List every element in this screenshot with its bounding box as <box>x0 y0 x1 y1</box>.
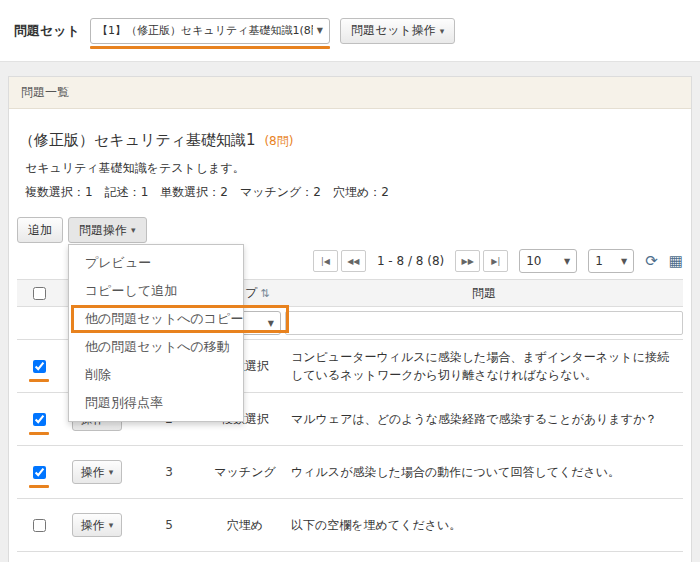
chevron-down-icon: ▼ <box>268 319 274 328</box>
menu-item[interactable]: 他の問題セットへのコピー <box>69 305 243 333</box>
question-set-operations-button[interactable]: 問題セット操作 ▾ <box>340 18 455 44</box>
question-set-select-value: 【1】（修正版）セキュリティ基礎知識1(8問) <box>97 23 313 38</box>
last-page-button[interactable]: ▶| <box>483 250 508 272</box>
caret-down-icon: ▾ <box>109 520 114 530</box>
annotation-underline <box>29 485 49 488</box>
caret-down-icon: ▾ <box>131 225 136 235</box>
menu-item-label: 削除 <box>85 367 111 382</box>
row-select-checkbox[interactable] <box>33 519 46 532</box>
columns-icon[interactable]: ▦ <box>669 254 683 269</box>
menu-item[interactable]: 他の問題セットへの移動 <box>69 333 243 361</box>
caret-down-icon: ▾ <box>109 467 114 477</box>
menu-item-label: 他の問題セットへの移動 <box>85 339 230 354</box>
question-type-stats: 複数選択：1 記述：1 単数選択：2 マッチング：2 穴埋め：2 <box>25 184 681 201</box>
page-number-value: 1 <box>595 254 603 268</box>
chevron-down-icon: ▼ <box>564 257 570 266</box>
question-set-select[interactable]: 【1】（修正版）セキュリティ基礎知識1(8問) ▼ <box>90 18 330 44</box>
question-count-badge: (8問) <box>264 134 293 148</box>
refresh-icon[interactable]: ⟳ <box>645 254 658 269</box>
panel-header: 問題一覧 <box>9 77 691 109</box>
menu-item-label: 他の問題セットへのコピー <box>85 311 243 326</box>
menu-item[interactable]: コピーして追加 <box>69 277 243 305</box>
question-set-select-wrap: 【1】（修正版）セキュリティ基礎知識1(8問) ▼ <box>90 18 330 44</box>
question-operations-menu: プレビュー コピーして追加 他の問題セットへのコピー <box>68 244 244 422</box>
question-number: 5 <box>133 499 205 552</box>
question-list-panel: 問題一覧 （修正版）セキュリティ基礎知識1 (8問) セキュリティ基礎知識をテス… <box>8 76 692 562</box>
row-action-button[interactable]: 操作 ▾ <box>72 513 123 537</box>
question-text: 以下の空欄を埋めてください。 <box>285 499 683 552</box>
page-size-value: 10 <box>526 254 541 268</box>
question-text: コンピューターウィルスとは何か簡潔に述べてください。 <box>285 552 683 562</box>
page-number-select[interactable]: 1 ▼ <box>588 249 634 273</box>
chevron-down-icon: ▼ <box>621 257 627 266</box>
prev-page-button[interactable]: ◀◀ <box>341 250 366 272</box>
menu-item[interactable]: プレビュー <box>69 249 243 277</box>
menu-item[interactable]: 問題別得点率 <box>69 389 243 417</box>
menu-item[interactable]: 削除 <box>69 361 243 389</box>
question-operations-label: 問題操作 <box>79 222 127 239</box>
question-filter-input[interactable] <box>285 311 683 335</box>
question-column-header: 問題 <box>285 280 683 307</box>
add-question-button[interactable]: 追加 <box>17 217 63 243</box>
first-page-button[interactable]: |◀ <box>313 250 338 272</box>
question-set-label: 問題セット <box>14 22 80 40</box>
caret-down-icon: ▾ <box>440 26 445 36</box>
select-all-checkbox[interactable] <box>33 287 46 300</box>
question-set-title: （修正版）セキュリティ基礎知識1 (8問) <box>19 131 681 150</box>
annotation-underline <box>90 46 330 49</box>
row-select-checkbox[interactable] <box>33 413 46 426</box>
question-number: 6 <box>133 552 205 562</box>
question-set-title-text: （修正版）セキュリティ基礎知識1 <box>19 131 256 149</box>
annotation-underline <box>29 432 49 435</box>
question-text: ウィルスが感染した場合の動作について回答してください。 <box>285 446 683 499</box>
page-size-select[interactable]: 10 ▼ <box>519 249 577 273</box>
question-toolbar: 追加 問題操作 ▾ プレビュー <box>17 217 683 243</box>
row-action-label: 操作 <box>81 464 105 481</box>
panel-body: （修正版）セキュリティ基礎知識1 (8問) セキュリティ基礎知識をテストします。… <box>9 109 691 562</box>
question-row: 操作 ▾ 6 記述 コンピューターウィルスとは何か簡潔に述べてください。 <box>17 552 683 562</box>
question-number: 3 <box>133 446 205 499</box>
row-action-button[interactable]: 操作 ▾ <box>72 460 123 484</box>
menu-item-label: コピーして追加 <box>85 283 177 298</box>
question-set-toolbar: 問題セット 【1】（修正版）セキュリティ基礎知識1(8問) ▼ 問題セット操作 … <box>0 0 700 62</box>
pagination-info: 1 - 8 / 8 (8) <box>377 254 444 268</box>
question-row: 操作 ▾ 3 マッチング ウィルスが感染した場合の動作について回答してください。 <box>17 446 683 499</box>
question-type: マッチング <box>205 446 285 499</box>
question-type: 穴埋め <box>205 499 285 552</box>
question-operations-dropdown: 問題操作 ▾ プレビュー コピーして追加 <box>68 217 147 243</box>
menu-item-label: プレビュー <box>85 255 151 270</box>
page-background: 問題一覧 （修正版）セキュリティ基礎知識1 (8問) セキュリティ基礎知識をテス… <box>0 62 700 562</box>
question-text: コンピューターウィルスに感染した場合、まずインターネットに接続しているネットワー… <box>285 340 683 393</box>
question-text: マルウェアは、どのような感染経路で感染することがありますか？ <box>285 393 683 446</box>
annotation-underline <box>29 379 49 382</box>
next-page-button[interactable]: ▶▶ <box>455 250 480 272</box>
question-row: 操作 ▾ 5 穴埋め 以下の空欄を埋めてください。 <box>17 499 683 552</box>
question-type: 記述 <box>205 552 285 562</box>
question-set-description: セキュリティ基礎知識をテストします。 <box>25 160 681 177</box>
menu-item-label: 問題別得点率 <box>85 395 163 410</box>
chevron-down-icon: ▼ <box>317 26 323 35</box>
sort-icon: ⇅ <box>260 287 269 300</box>
question-operations-button[interactable]: 問題操作 ▾ <box>68 217 147 243</box>
question-set-operations-label: 問題セット操作 <box>351 22 436 39</box>
row-select-checkbox[interactable] <box>33 360 46 373</box>
row-select-checkbox[interactable] <box>33 466 46 479</box>
row-action-label: 操作 <box>81 517 105 534</box>
